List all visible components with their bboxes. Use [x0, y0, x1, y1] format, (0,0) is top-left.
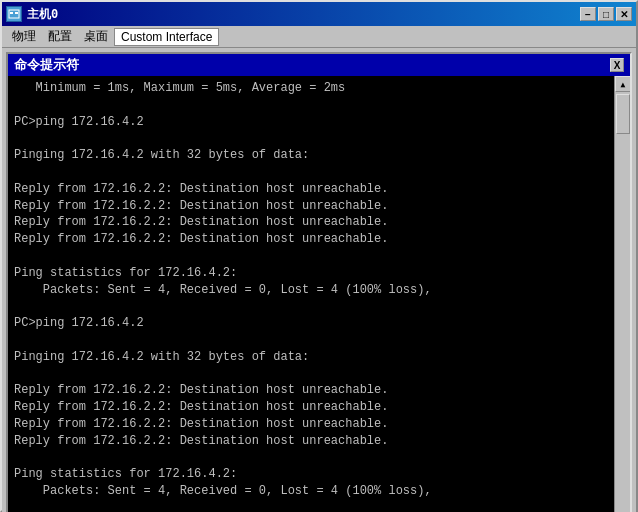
scroll-thumb[interactable]: [616, 94, 630, 134]
cmd-output[interactable]: Minimum = 1ms, Maximum = 5ms, Average = …: [8, 76, 614, 512]
cmd-scrollbar: ▲ ▼: [614, 76, 630, 512]
menu-bar: 物理 配置 桌面 Custom Interface: [2, 26, 636, 48]
menu-item-desktop[interactable]: 桌面: [78, 27, 114, 46]
title-bar: 主机0 − □ ✕: [2, 2, 636, 26]
title-buttons: − □ ✕: [580, 7, 632, 21]
cmd-title-text: 命令提示符: [14, 56, 79, 74]
minimize-button[interactable]: −: [580, 7, 596, 21]
window-icon: [6, 6, 22, 22]
title-bar-left: 主机0: [6, 6, 58, 23]
cmd-body: Minimum = 1ms, Maximum = 5ms, Average = …: [8, 76, 630, 512]
content-area: 命令提示符 X Minimum = 1ms, Maximum = 5ms, Av…: [2, 48, 636, 512]
cmd-title-bar: 命令提示符 X: [8, 54, 630, 76]
menu-item-config[interactable]: 配置: [42, 27, 78, 46]
svg-rect-2: [15, 12, 18, 14]
menu-item-physical[interactable]: 物理: [6, 27, 42, 46]
svg-rect-1: [10, 12, 13, 14]
maximize-button[interactable]: □: [598, 7, 614, 21]
cmd-close-button[interactable]: X: [610, 58, 624, 72]
scroll-up-button[interactable]: ▲: [615, 76, 630, 92]
main-window: 主机0 − □ ✕ 物理 配置 桌面 Custom Interface 命令提示…: [0, 0, 638, 512]
close-button[interactable]: ✕: [616, 7, 632, 21]
scroll-track: [615, 92, 630, 512]
menu-item-custom[interactable]: Custom Interface: [114, 28, 219, 46]
window-title: 主机0: [27, 6, 58, 23]
cmd-window: 命令提示符 X Minimum = 1ms, Maximum = 5ms, Av…: [6, 52, 632, 512]
